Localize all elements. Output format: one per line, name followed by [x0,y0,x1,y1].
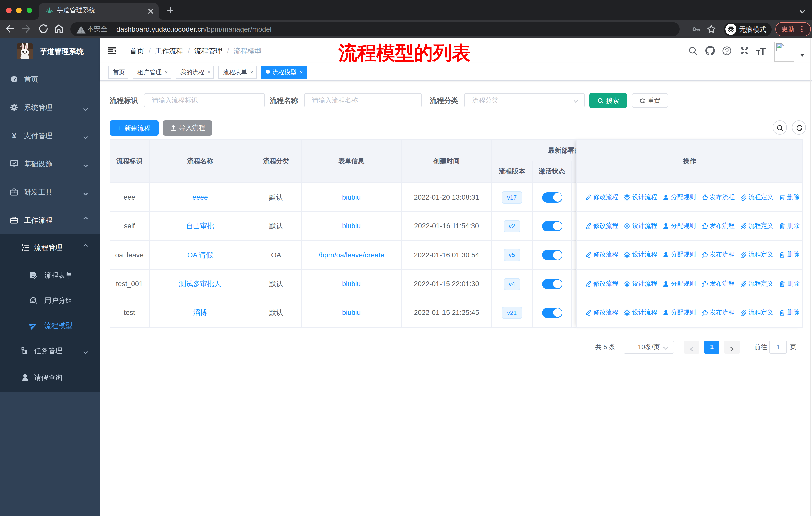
svg-text:¥: ¥ [12,132,17,140]
